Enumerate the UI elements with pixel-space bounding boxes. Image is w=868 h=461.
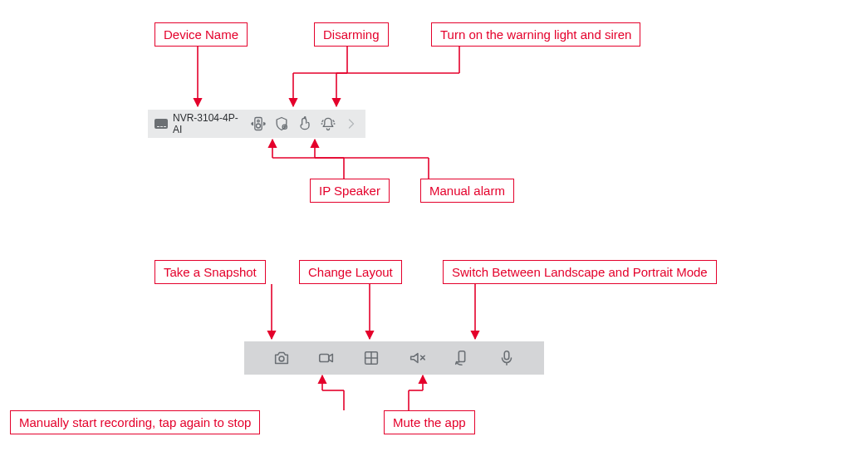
device-badge-icon [154, 119, 168, 129]
callout-warning-siren: Turn on the warning light and siren [431, 22, 640, 47]
callout-switch-orientation: Switch Between Landscape and Portrait Mo… [443, 260, 717, 284]
manual-alarm-icon[interactable] [296, 115, 314, 133]
record-icon[interactable] [316, 347, 337, 369]
svg-rect-5 [320, 354, 329, 361]
svg-point-2 [257, 124, 261, 128]
more-chevron-icon[interactable] [342, 115, 360, 133]
device-name-label: NVR-3104-4P-AI [173, 112, 244, 135]
layout-icon[interactable] [360, 347, 382, 369]
annotation-arrows [0, 0, 868, 461]
callout-snapshot: Take a Snapshot [154, 260, 266, 284]
callout-device-name: Device Name [154, 22, 248, 47]
svg-rect-8 [504, 351, 509, 360]
rotate-device-icon[interactable] [451, 347, 473, 369]
callout-change-layout: Change Layout [299, 260, 402, 284]
ip-speaker-icon[interactable] [249, 115, 267, 133]
warning-siren-icon[interactable] [319, 115, 337, 133]
microphone-icon[interactable] [496, 347, 517, 369]
svg-point-1 [257, 120, 260, 122]
callout-disarming: Disarming [314, 22, 389, 47]
control-toolbar [244, 341, 544, 375]
snapshot-icon[interactable] [271, 347, 292, 369]
svg-point-4 [279, 356, 284, 361]
svg-rect-7 [459, 351, 464, 362]
device-toolbar: NVR-3104-4P-AI [148, 110, 365, 138]
mute-icon[interactable] [406, 347, 428, 369]
disarming-icon[interactable] [272, 115, 291, 133]
callout-start-recording: Manually start recording, tap again to s… [10, 410, 260, 434]
callout-mute-app: Mute the app [384, 410, 475, 434]
callout-manual-alarm: Manual alarm [420, 179, 514, 203]
callout-ip-speaker: IP Speaker [310, 179, 390, 203]
